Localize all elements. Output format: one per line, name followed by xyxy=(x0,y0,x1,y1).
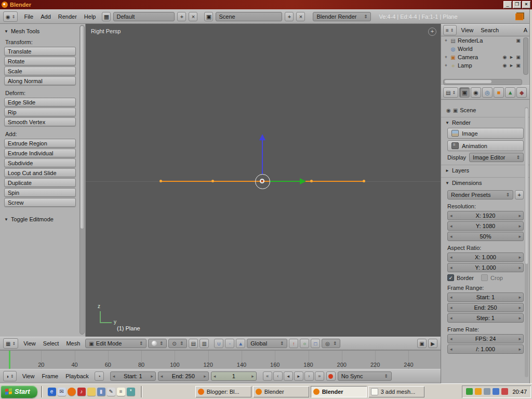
save-icon[interactable]: ▮ xyxy=(97,388,105,396)
viewport-3d[interactable]: Right Persp + z y (1) Plane xyxy=(86,24,441,337)
tool-button-spin[interactable]: Spin xyxy=(4,188,76,197)
menu-help[interactable]: Help xyxy=(81,12,100,21)
menu-view[interactable]: View xyxy=(19,371,38,381)
window-titlebar[interactable]: Blender xyxy=(0,0,532,9)
menu-frame[interactable]: Frame xyxy=(38,371,62,381)
tool-button-scale[interactable]: Scale xyxy=(4,66,76,75)
tool-shelf-scrollbar[interactable] xyxy=(79,25,85,335)
pin-icon[interactable]: ◉ xyxy=(446,108,451,113)
frame-end-field[interactable]: End: 250 xyxy=(158,371,209,381)
render-animation-button[interactable]: Animation xyxy=(447,140,524,151)
field-x-1-000[interactable]: X: 1.000 xyxy=(447,252,524,262)
toggle-editmode-panel-header[interactable]: ▼ Toggle Editmode xyxy=(4,216,76,222)
start-button[interactable]: Start xyxy=(1,385,37,398)
properties-scrollbar[interactable] xyxy=(525,107,528,377)
next-keyframe-button[interactable]: › xyxy=(304,371,314,381)
properties-tab-object[interactable]: ■ xyxy=(494,87,504,98)
render-presets-selector[interactable]: Render Presets xyxy=(447,190,513,200)
vertex[interactable] xyxy=(211,180,214,182)
render-toggle[interactable]: ▣ xyxy=(515,63,521,68)
outliner-item-lamp[interactable]: +○Lamp◉►▣ xyxy=(441,61,529,70)
close-button[interactable] xyxy=(522,1,530,8)
previous-keyframe-button[interactable]: ‹ xyxy=(273,371,283,381)
vertex[interactable] xyxy=(363,180,365,182)
menu-view[interactable]: View xyxy=(20,339,39,348)
manipulator-y-axis[interactable] xyxy=(270,181,300,182)
expand-icon[interactable]: + xyxy=(444,63,448,68)
tool-button-subdivide[interactable]: Subdivide xyxy=(4,158,76,167)
scene-field[interactable]: Scene xyxy=(216,12,282,21)
maximize-button[interactable] xyxy=(513,1,521,8)
taskbar-task-blender-2[interactable]: Blender xyxy=(311,386,367,397)
volume-icon[interactable] xyxy=(484,388,490,395)
update-icon[interactable] xyxy=(475,388,482,395)
screen-layout-icon[interactable]: ▦ xyxy=(102,12,111,21)
scene-browse-icon[interactable]: ▣ xyxy=(204,12,213,21)
menu-file[interactable]: File xyxy=(20,12,37,21)
manipulator-z-arrowhead[interactable] xyxy=(259,134,265,140)
editor-type-selector-properties[interactable]: ▤ ⇕ xyxy=(443,87,458,98)
visibility-toggle[interactable]: ◉ xyxy=(502,55,508,60)
vertex[interactable] xyxy=(310,180,313,182)
properties-tab-scene[interactable]: ◉ xyxy=(471,87,481,98)
add-scene-button[interactable] xyxy=(285,12,294,21)
play-reverse-button[interactable]: ◂ xyxy=(284,371,293,381)
antivirus-icon[interactable] xyxy=(466,388,473,395)
delete-scene-button[interactable] xyxy=(296,12,305,21)
jump-to-start-button[interactable]: « xyxy=(263,371,272,381)
tool-button-edge-slide[interactable]: Edge Slide xyxy=(4,98,76,107)
checkbox-border[interactable]: ✓Border xyxy=(447,274,474,281)
mesh-tools-panel-header[interactable]: ▼ Mesh Tools xyxy=(4,28,76,34)
taskbar-task-3-add-mesh-3[interactable]: 3 add mesh... xyxy=(368,386,424,397)
layers-section-header[interactable]: ► Layers xyxy=(441,165,530,176)
render-toggle[interactable]: ▣ xyxy=(515,55,521,60)
timeline-ruler[interactable]: 20406080100120140160180200220240 xyxy=(0,350,441,369)
manipulator-rotate-toggle[interactable]: ○ xyxy=(300,339,309,348)
expand-icon[interactable]: + xyxy=(444,38,448,43)
messenger-icon[interactable] xyxy=(501,388,508,395)
manipulator-z-axis[interactable] xyxy=(262,140,263,175)
visibility-toggle[interactable]: ◉ xyxy=(502,63,508,68)
viewport-shading-selector[interactable] xyxy=(148,339,167,348)
taskbar-task-blogger-bl-0[interactable]: Blogger: Bl... xyxy=(195,386,251,397)
properties-tab-world[interactable]: ◎ xyxy=(482,87,493,98)
display-mode-truncated[interactable]: A xyxy=(524,27,527,33)
field-50[interactable]: 50% xyxy=(447,232,524,241)
snap-element-face-icon[interactable]: ▲ xyxy=(236,339,245,348)
delete-layout-button[interactable] xyxy=(189,12,197,21)
region-expand-icon[interactable]: + xyxy=(428,28,436,36)
add-layout-button[interactable] xyxy=(177,12,186,21)
field-1-000[interactable]: /: 1.000 xyxy=(447,344,524,354)
media-player-icon[interactable]: ♪ xyxy=(77,388,86,396)
paste-buffer-icon[interactable]: ▥ xyxy=(200,339,209,348)
menu-playback[interactable]: Playback xyxy=(62,371,92,381)
editor-type-selector-info[interactable]: ◉ ⇕ xyxy=(3,11,18,22)
editor-type-selector-outliner[interactable]: ≡ ⇕ xyxy=(443,25,457,35)
tool-button-translate[interactable]: Translate xyxy=(4,47,76,56)
dimensions-section-header[interactable]: ▼ Dimensions xyxy=(441,177,530,188)
tool-button-along-normal[interactable]: Along Normal xyxy=(4,76,76,85)
snap-element-vertex-icon[interactable]: ◦ xyxy=(225,339,234,348)
render-display-selector[interactable]: Image Editor xyxy=(469,153,524,162)
screen-layout-field[interactable]: Default xyxy=(113,12,175,21)
current-frame-playhead[interactable] xyxy=(9,351,10,369)
network-icon[interactable] xyxy=(493,388,499,395)
tool-button-rotate[interactable]: Rotate xyxy=(4,57,76,65)
properties-tab-object-data[interactable]: ▲ xyxy=(505,87,515,98)
minimize-button[interactable] xyxy=(503,1,512,8)
frame-start-field[interactable]: Start: 1 xyxy=(110,371,156,381)
field-start-1[interactable]: Start: 1 xyxy=(447,292,524,302)
tool-button-extrude-region[interactable]: Extrude Region xyxy=(4,139,76,148)
field-step-1[interactable]: Step: 1 xyxy=(447,313,524,323)
notes-icon[interactable]: ≡ xyxy=(117,388,125,396)
render-image-button[interactable]: Image xyxy=(447,128,524,139)
outliner-item-world[interactable]: ◎World xyxy=(441,45,529,53)
menu-render[interactable]: Render xyxy=(55,12,81,21)
tool-button-smooth-vertex[interactable]: Smooth Vertex xyxy=(4,117,76,126)
render-toggle[interactable]: ▣ xyxy=(515,38,521,43)
folder-icon[interactable] xyxy=(87,388,96,396)
menu-mesh[interactable]: Mesh xyxy=(62,339,84,348)
field-y-1-000[interactable]: Y: 1.000 xyxy=(447,263,524,272)
taskbar-task-blender-1[interactable]: Blender xyxy=(253,386,309,397)
proportional-edit-selector[interactable]: ◎ xyxy=(322,339,340,348)
